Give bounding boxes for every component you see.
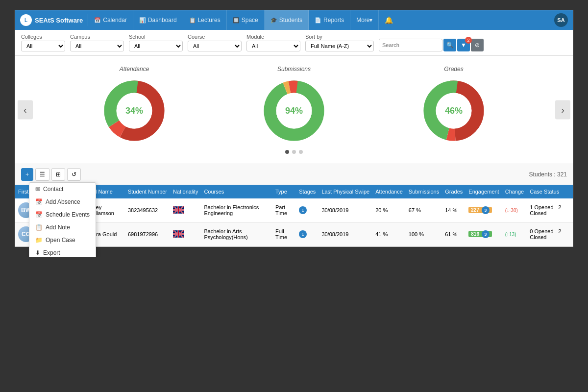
col-grades[interactable]: Grades <box>442 185 466 198</box>
user-avatar[interactable]: SA <box>554 13 568 27</box>
school-filter: School All <box>129 34 183 51</box>
search-button[interactable]: 🔍 <box>443 39 456 51</box>
nav-lectures-label: Lectures <box>198 17 220 24</box>
sortby-select[interactable]: Full Name (A-Z) <box>305 41 374 51</box>
students-table: First Name Surname Full Name Student Num… <box>15 185 573 246</box>
clear-button[interactable]: ⊘ <box>471 39 484 51</box>
cell-submissions: 100 % <box>406 222 442 246</box>
logo-letter: L <box>24 18 27 23</box>
svg-rect-20 <box>178 206 179 214</box>
cell-grades: 61 % <box>442 222 466 246</box>
context-open-case[interactable]: 📁 Open Case <box>29 234 96 246</box>
submissions-donut: 94% <box>260 76 328 145</box>
col-last-swipe[interactable]: Last Physical Swipe <box>318 185 372 198</box>
change-value: (↓-30) <box>505 208 518 213</box>
refresh-button[interactable]: ↺ <box>67 168 81 181</box>
course-filter: Course All <box>188 34 242 51</box>
school-label: School <box>129 34 183 40</box>
dot-1[interactable] <box>285 150 289 154</box>
brand: L SEAtS Software <box>20 14 88 26</box>
cell-type: Full Time <box>272 222 296 246</box>
cell-attendance: 20 % <box>372 198 406 222</box>
nav-dashboard[interactable]: 📊 Dashboard <box>133 10 183 30</box>
stages-badge: 1 <box>299 230 307 238</box>
grades-donut: 46% <box>419 76 488 145</box>
context-add-absence[interactable]: 📅 Add Absence <box>29 196 96 208</box>
college-label: Colleges <box>21 34 65 40</box>
context-export-label: Export <box>43 249 60 256</box>
reports-icon: 📄 <box>315 17 321 24</box>
toolbar-left: + ☰ ⊞ ↺ <box>21 168 81 181</box>
cell-engagement: 227 3 <box>466 198 502 222</box>
nav-calendar[interactable]: 📅 Calendar <box>88 10 133 30</box>
filters-bar: Colleges All Campus All School All Cours… <box>15 30 573 56</box>
grid-view-button[interactable]: ⊞ <box>51 168 65 181</box>
carousel-prev[interactable]: ‹ <box>18 100 33 120</box>
filter-button[interactable]: ▼ 2 <box>457 39 470 51</box>
nav-reports[interactable]: 📄 Reports <box>309 10 350 30</box>
cell-case-status: 1 Opened - 2 Closed <box>527 198 573 222</box>
course-select[interactable]: All <box>188 41 242 51</box>
nav-more[interactable]: More▾ <box>350 10 379 30</box>
col-attendance[interactable]: Attendance <box>372 185 406 198</box>
context-add-note-label: Add Note <box>46 224 70 231</box>
cell-grades: 14 % <box>442 198 466 222</box>
add-button[interactable]: + <box>21 168 33 181</box>
notifications-bell[interactable]: 🔔 <box>379 16 399 24</box>
campus-select[interactable]: All <box>70 41 124 51</box>
dashboard-icon: 📊 <box>139 17 146 24</box>
col-type[interactable]: Type <box>272 185 296 198</box>
col-change[interactable]: Change <box>502 185 527 198</box>
context-add-note[interactable]: 📋 Add Note <box>29 221 96 234</box>
charts-area: ‹ Attendance 34% <box>15 56 573 164</box>
dot-2[interactable] <box>292 150 296 154</box>
col-student-number[interactable]: Student Number <box>125 185 170 198</box>
attendance-title: Attendance <box>120 66 149 73</box>
cell-attendance: 41 % <box>372 222 406 246</box>
school-select[interactable]: All <box>129 41 183 51</box>
list-view-button[interactable]: ☰ <box>35 168 49 181</box>
carousel-next[interactable]: › <box>555 100 570 120</box>
stages-badge: 1 <box>299 206 307 214</box>
sortby-filter: Sort by Full Name (A-Z) <box>305 34 374 51</box>
module-select[interactable]: All <box>246 41 300 51</box>
col-stages[interactable]: Stages <box>296 185 318 198</box>
table-row: CG Clara Gould Clara Gould 6981972996 <box>15 222 573 246</box>
table-row: BW Briley Williamson Briley Williamson 3… <box>15 198 573 222</box>
grades-chart: Grades 46% <box>419 66 488 145</box>
college-filter: Colleges All <box>21 34 65 51</box>
attendance-donut: 34% <box>100 76 169 145</box>
cell-case-status: 0 Opened - 2 Closed <box>527 222 573 246</box>
cell-engagement: 816 3 <box>466 222 502 246</box>
nav-students-label: Students <box>279 17 302 24</box>
college-select[interactable]: All <box>21 41 65 51</box>
course-label: Course <box>188 34 242 40</box>
calendar-icon: 📅 <box>94 17 101 24</box>
absence-icon: 📅 <box>35 198 43 205</box>
context-export[interactable]: ⬇ Export <box>29 246 96 257</box>
case-icon: 📁 <box>35 237 43 244</box>
context-schedule-events[interactable]: 📅 Schedule Events <box>29 208 96 221</box>
col-nationality[interactable]: Nationality <box>170 185 201 198</box>
col-engagement[interactable]: Engagement <box>466 185 502 198</box>
submissions-value: 94% <box>285 106 303 116</box>
svg-rect-29 <box>178 230 179 238</box>
cell-course: Bachelor in Electronics Engineering <box>201 198 272 222</box>
nav-space[interactable]: 🔲 Space <box>227 10 265 30</box>
cell-stages: 1 <box>296 222 318 246</box>
flag-uk-icon <box>173 206 184 214</box>
nav-students[interactable]: 🎓 Students <box>265 10 309 30</box>
campus-filter: Campus All <box>70 34 124 51</box>
nav-lectures[interactable]: 📋 Lectures <box>183 10 227 30</box>
nav-space-label: Space <box>242 17 258 24</box>
context-contact[interactable]: ✉ Contact <box>29 183 96 196</box>
search-input[interactable] <box>379 39 442 51</box>
attendance-chart: Attendance 34% <box>100 66 169 145</box>
col-submissions[interactable]: Submissions <box>406 185 442 198</box>
col-courses[interactable]: Courses <box>201 185 272 198</box>
contact-icon: ✉ <box>35 186 40 193</box>
dot-3[interactable] <box>299 150 303 154</box>
cell-change: (↓-30) <box>502 198 527 222</box>
space-icon: 🔲 <box>233 17 240 24</box>
col-case-status[interactable]: Case Status <box>527 185 573 198</box>
